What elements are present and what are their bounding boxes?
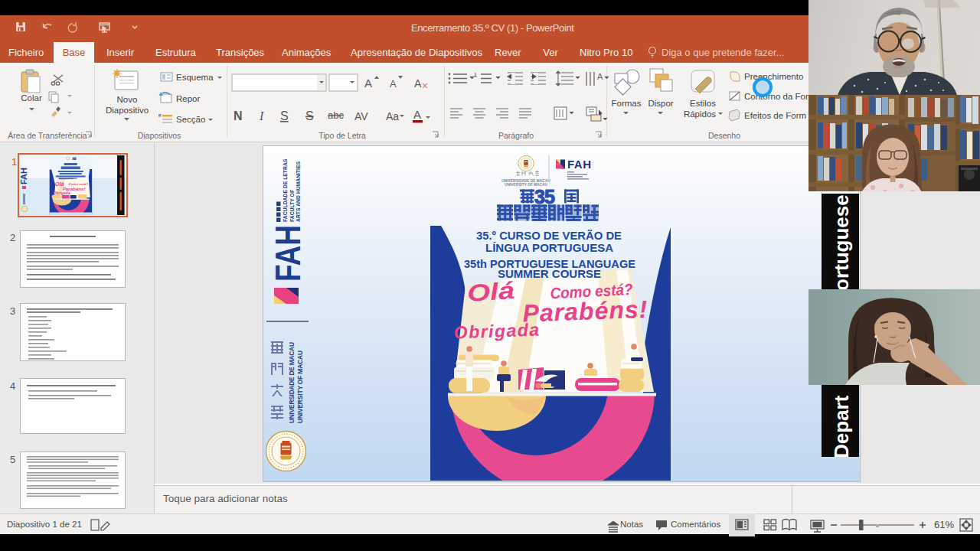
svg-text:Diapositivos: Diapositivos xyxy=(138,131,181,140)
svg-text:Secção: Secção xyxy=(176,115,205,124)
svg-text:4: 4 xyxy=(10,380,15,392)
svg-text:35: 35 xyxy=(534,186,555,207)
svg-text:S: S xyxy=(305,109,314,122)
svg-text:2: 2 xyxy=(10,232,15,243)
svg-text:ARTS AND HUMANITIES: ARTS AND HUMANITIES xyxy=(296,161,301,222)
svg-text:Parabéns!: Parabéns! xyxy=(522,295,648,328)
svg-text:Obrigada: Obrigada xyxy=(54,191,70,195)
svg-text:Novo: Novo xyxy=(117,95,138,104)
svg-text:Desenho: Desenho xyxy=(708,131,740,140)
svg-text:A: A xyxy=(390,78,397,90)
svg-text:AV: AV xyxy=(354,110,368,122)
svg-text:Obrigada: Obrigada xyxy=(453,320,541,343)
svg-text:FAH: FAH xyxy=(267,225,308,282)
svg-text:Efeitos de Form: Efeitos de Form xyxy=(744,111,806,120)
svg-text:FAH: FAH xyxy=(567,158,592,171)
svg-text:Esquema: Esquema xyxy=(176,73,214,82)
svg-text:35.º CURSO DE VERÃO DE: 35.º CURSO DE VERÃO DE xyxy=(476,229,622,242)
svg-text:FAH: FAH xyxy=(19,168,28,184)
svg-text:Repor: Repor xyxy=(176,94,200,103)
svg-text:Diapositivo: Diapositivo xyxy=(106,106,149,115)
svg-text:FACULDADE DE LETRAS: FACULDADE DE LETRAS xyxy=(283,158,288,222)
svg-text:LÍNGUA PORTUGUESA: LÍNGUA PORTUGUESA xyxy=(485,241,613,254)
svg-text:A: A xyxy=(414,77,422,90)
svg-text:Contorno da For: Contorno da For xyxy=(744,92,808,101)
svg-text:abc: abc xyxy=(328,109,344,121)
svg-text:Olá: Olá xyxy=(466,277,515,307)
svg-text:Tipo de Letra: Tipo de Letra xyxy=(318,131,366,140)
svg-text:A: A xyxy=(413,108,421,121)
svg-text:UNIVERSIDADE DE MACAU: UNIVERSIDADE DE MACAU xyxy=(501,179,550,183)
svg-text:UNIVERSIDADE DE MACAU: UNIVERSIDADE DE MACAU xyxy=(288,342,296,423)
svg-text:5: 5 xyxy=(10,454,15,465)
svg-text:I: I xyxy=(259,109,264,122)
svg-text:UNIVERSITY OF MACAU: UNIVERSITY OF MACAU xyxy=(296,350,304,423)
svg-text:Rápidos: Rápidos xyxy=(684,109,716,119)
svg-text:Área de Transferência: Área de Transferência xyxy=(8,131,87,140)
svg-text:A: A xyxy=(364,77,372,90)
svg-text:FACULTY OF: FACULTY OF xyxy=(289,190,295,222)
svg-text:Preenchimento: Preenchimento xyxy=(744,72,803,81)
svg-text:Formas: Formas xyxy=(612,99,642,108)
svg-text:1: 1 xyxy=(11,156,17,168)
svg-text:Estilos: Estilos xyxy=(690,99,716,108)
svg-text:Dispor: Dispor xyxy=(648,99,673,108)
svg-text:3: 3 xyxy=(10,305,15,317)
svg-text:Parágrafo: Parágrafo xyxy=(498,131,534,140)
svg-text:A: A xyxy=(597,72,603,81)
svg-text:Aa: Aa xyxy=(386,110,399,122)
svg-text:S: S xyxy=(280,109,289,122)
svg-text:Colar: Colar xyxy=(21,93,42,103)
svg-text:N: N xyxy=(234,109,243,122)
